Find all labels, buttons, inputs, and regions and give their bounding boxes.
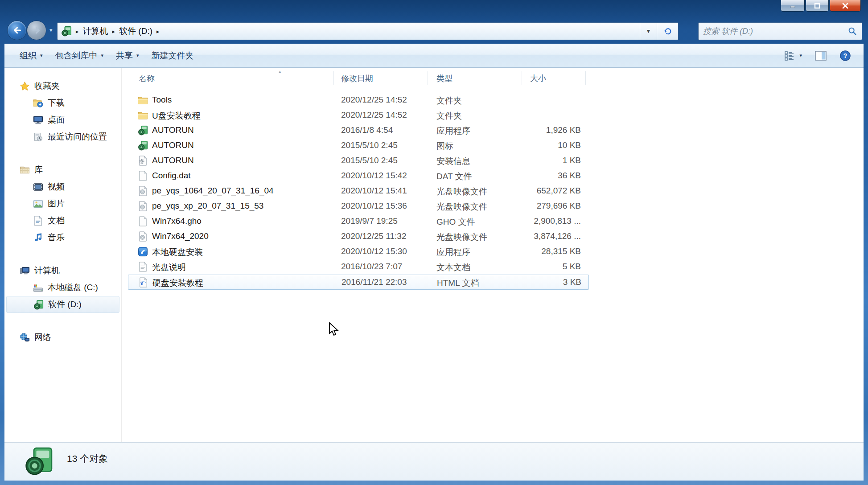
file-row-local-disk-install[interactable]: 本地硬盘安装 2020/10/12 15:30 应用程序 28,315 KB (122, 244, 588, 259)
column-divider[interactable] (333, 71, 334, 85)
column-header-name[interactable]: 名称 (139, 73, 155, 84)
file-row-disc-readme[interactable]: 光盘说明 2016/10/23 7:07 文本文档 5 KB (122, 259, 588, 275)
sidebar-item-libraries[interactable]: 库 (4, 161, 121, 178)
breadcrumb-computer[interactable]: 计算机 (83, 25, 108, 37)
column-divider[interactable] (522, 71, 522, 85)
drive-d-icon (33, 300, 44, 310)
chevron-down-icon: ▾ (40, 53, 43, 58)
network-icon (20, 333, 30, 343)
file-date: 2016/1/8 4:54 (341, 125, 393, 135)
breadcrumb-drive-d[interactable]: 软件 (D:) (119, 25, 152, 37)
folder-icon (138, 110, 148, 120)
column-header-type[interactable]: 类型 (436, 73, 453, 84)
search-input[interactable]: 搜索 软件 (D:) (698, 22, 862, 40)
column-divider[interactable] (428, 71, 428, 85)
recent-pages-chevron[interactable]: ▾ (49, 27, 53, 33)
share-button[interactable]: 共享 ▾ (110, 46, 145, 65)
search-icon (847, 26, 857, 36)
file-row-autorun-exe[interactable]: AUTORUN 2016/1/8 4:54 应用程序 1,926 KB (122, 123, 588, 138)
sidebar-item-documents[interactable]: 文档 (4, 212, 121, 229)
command-toolbar: 组织 ▾ 包含到库中 ▾ 共享 ▾ 新建文件夹 ▾ (4, 44, 864, 68)
back-button[interactable] (7, 21, 27, 40)
column-header-date[interactable]: 修改日期 (341, 73, 373, 84)
preview-pane-button[interactable] (815, 50, 827, 61)
file-size: 1 KB (514, 156, 581, 165)
file-row-usb-tutorial[interactable]: U盘安装教程 2020/12/25 14:52 文件夹 (122, 108, 588, 123)
file-type: 文件夹 (436, 95, 462, 107)
file-size: 279,696 KB (514, 201, 581, 211)
organize-button[interactable]: 组织 ▾ (13, 46, 49, 65)
change-view-button[interactable]: ▾ (784, 50, 802, 61)
column-divider[interactable] (585, 71, 586, 85)
drive-d-icon (61, 26, 72, 37)
file-name: U盘安装教程 (152, 110, 201, 122)
file-row-config-dat[interactable]: Config.dat 2020/10/12 15:42 DAT 文件 36 KB (122, 169, 588, 184)
sidebar-item-downloads[interactable]: 下载 (4, 95, 121, 111)
include-in-library-button[interactable]: 包含到库中 ▾ (49, 46, 110, 65)
file-name: pe_yqs_1064_20_07_31_16_04 (152, 186, 274, 196)
explorer-window: ▾ ▸ 计算机 ▸ 软件 (D:) ▸ ▼ 搜索 软件 (D:) (0, 0, 868, 485)
file-row-autorun-ico[interactable]: AUTORUN 2015/5/10 2:45 图标 10 KB (122, 138, 588, 153)
file-name: Config.dat (152, 171, 191, 181)
libraries-icon (20, 165, 30, 175)
file-date: 2020/10/12 15:41 (341, 186, 407, 196)
file-row-pe-yqs-1064[interactable]: pe_yqs_1064_20_07_31_16_04 2020/10/12 15… (122, 184, 588, 199)
chevron-down-icon: ▾ (136, 53, 139, 58)
sidebar-label: 最近访问的位置 (48, 131, 107, 143)
folder-icon (138, 95, 148, 105)
sidebar-label: 图片 (48, 198, 65, 210)
file-date: 2020/10/12 15:42 (341, 171, 407, 181)
sidebar-item-videos[interactable]: 视频 (4, 178, 121, 195)
sidebar-item-drive-d[interactable]: 软件 (D:) (6, 296, 119, 313)
disc-image-icon (138, 231, 148, 242)
file-row-pe-yqs-xp[interactable]: pe_yqs_xp_20_07_31_15_53 2020/10/12 15:3… (122, 199, 588, 214)
address-bar[interactable]: ▸ 计算机 ▸ 软件 (D:) ▸ ▼ (57, 22, 679, 40)
sidebar-item-computer[interactable]: 计算机 (4, 262, 121, 279)
file-row-tools[interactable]: Tools 2020/12/25 14:52 文件夹 (122, 93, 588, 108)
back-arrow-icon (11, 25, 23, 36)
column-header-size[interactable]: 大小 (530, 73, 546, 84)
sidebar-item-desktop[interactable]: 桌面 (4, 111, 121, 128)
breadcrumb-separator-icon[interactable]: ▸ (156, 28, 160, 35)
file-row-win7x64-gho[interactable]: Win7x64.gho 2019/9/7 19:25 GHO 文件 2,900,… (122, 214, 588, 229)
maximize-button[interactable] (806, 0, 829, 12)
refresh-icon (663, 26, 673, 36)
minimize-button[interactable] (781, 0, 805, 12)
minimize-icon (789, 2, 796, 9)
sidebar-item-recent-places[interactable]: 最近访问的位置 (4, 128, 121, 145)
address-dropdown-button[interactable]: ▼ (640, 23, 657, 40)
file-name: AUTORUN (152, 125, 194, 135)
disc-image-icon (138, 201, 148, 211)
file-name: Win7x64.gho (152, 216, 202, 226)
refresh-button[interactable] (657, 23, 678, 40)
sidebar-item-local-disk-c[interactable]: 本地磁盘 (C:) (4, 279, 121, 296)
pictures-icon (33, 199, 43, 209)
breadcrumb-separator-icon[interactable]: ▸ (112, 28, 115, 35)
file-row-autorun-inf[interactable]: AUTORUN 2015/5/10 2:45 安装信息 1 KB (122, 153, 588, 169)
help-button[interactable]: ? (839, 50, 851, 62)
sidebar-item-favorites[interactable]: 收藏夹 (4, 78, 121, 95)
sidebar-item-network[interactable]: 网络 (4, 329, 121, 346)
sidebar-item-pictures[interactable]: 图片 (4, 195, 121, 212)
star-icon (20, 81, 30, 91)
close-icon (842, 2, 849, 9)
videos-icon (33, 182, 43, 192)
desktop-icon (33, 115, 43, 125)
organize-label: 组织 (20, 50, 37, 62)
html-document-icon: e (138, 277, 148, 288)
navigation-pane: 收藏夹 下载 桌面 最近访问的位置 库 视频 (4, 68, 121, 442)
file-date: 2020/12/25 14:52 (341, 95, 407, 105)
file-rows: Tools 2020/12/25 14:52 文件夹 U盘安装教程 2020/1… (122, 93, 589, 290)
file-row-win7x64-2020[interactable]: Win7x64_2020 2020/12/25 11:32 光盘映像文件 3,8… (122, 229, 588, 244)
close-button[interactable] (830, 0, 861, 12)
file-type: DAT 文件 (436, 171, 472, 182)
file-row-hdd-install-tutorial[interactable]: e 硬盘安装教程 2016/11/21 22:03 HTML 文档 3 KB (128, 275, 589, 290)
disc-image-icon (138, 186, 148, 196)
blank-file-icon (138, 171, 148, 181)
chevron-down-icon: ▾ (799, 53, 802, 58)
sidebar-item-music[interactable]: 音乐 (4, 229, 121, 246)
forward-button[interactable] (27, 21, 46, 40)
new-folder-button[interactable]: 新建文件夹 (145, 46, 200, 65)
file-type: 光盘映像文件 (436, 186, 487, 197)
music-icon (33, 233, 43, 243)
